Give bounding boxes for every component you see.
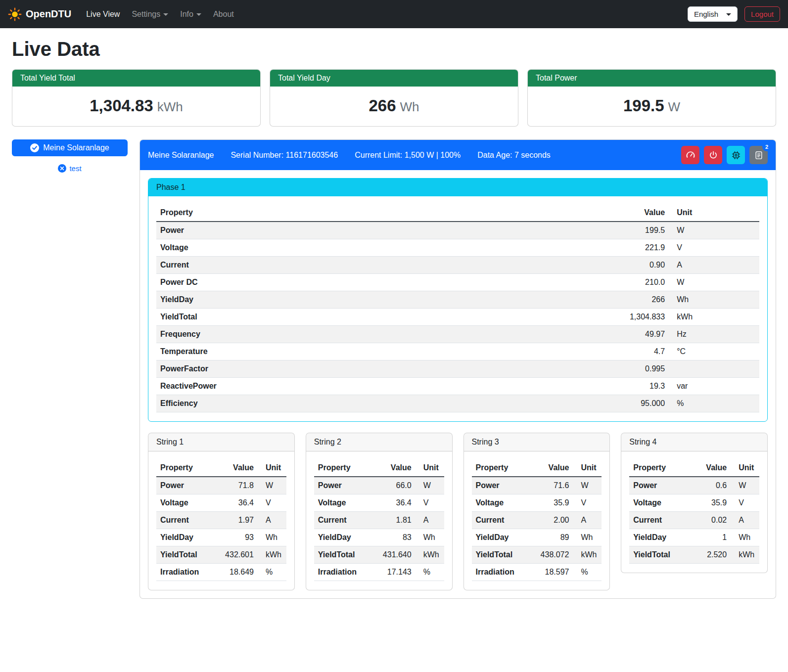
inverter-sidebar: Meine Solaranlage test — [12, 139, 128, 173]
navbar: OpenDTU Live View Settings Info About En… — [0, 0, 788, 28]
value-cell: 2.520 — [691, 546, 731, 564]
language-select[interactable]: English — [688, 6, 738, 22]
card-value: 199.5 — [623, 96, 664, 115]
property-cell: Voltage — [156, 239, 530, 257]
value-cell: 0.90 — [530, 257, 669, 274]
column-header-value: Value — [530, 204, 669, 222]
phase-table-body: Power 199.5 W Voltage 221.9 V Current 0. — [156, 222, 759, 412]
unit-cell: W — [731, 477, 759, 494]
events-badge: 2 — [762, 142, 771, 151]
value-cell: 17.143 — [375, 564, 415, 581]
property-cell: Irradiation — [314, 564, 375, 581]
property-cell: Power — [472, 477, 533, 494]
value-cell: 35.9 — [691, 494, 731, 512]
total-yield-day-card: Total Yield Day 266Wh — [270, 69, 518, 127]
table-row: Current 0.02 A — [629, 512, 759, 529]
power-button[interactable] — [704, 146, 722, 164]
table-row: YieldTotal 438.072 kWh — [472, 546, 602, 564]
card-title: Total Yield Total — [12, 70, 260, 87]
unit-cell: V — [258, 494, 286, 512]
strings-row: String 1 Property Value Unit — [148, 433, 768, 590]
total-power-card: Total Power 199.5W — [527, 69, 776, 127]
value-cell: 1 — [691, 529, 731, 546]
property-cell: Voltage — [156, 494, 217, 512]
inverter-select-label: Meine Solaranlage — [43, 143, 109, 152]
property-cell: YieldTotal — [156, 309, 530, 326]
property-cell: YieldDay — [156, 291, 530, 309]
property-cell: Temperature — [156, 343, 530, 360]
limit-settings-button[interactable] — [681, 146, 699, 164]
property-cell: Frequency — [156, 326, 530, 343]
inverter-panel-body: Phase 1 Property Value Unit — [140, 170, 776, 598]
property-cell: Power DC — [156, 274, 530, 291]
string-table-body: Power 66.0 W Voltage 36.4 V Current — [314, 477, 444, 581]
string-card-body: Property Value Unit Power 66.0 W — [306, 451, 452, 590]
table-row: YieldTotal 431.640 kWh — [314, 546, 444, 564]
nav-item-about[interactable]: About — [208, 6, 239, 23]
unit-cell: Wh — [573, 529, 602, 546]
string-2-card: String 2 Property Value Unit — [306, 433, 453, 590]
column-header-property: Property — [156, 204, 530, 222]
card-unit: W — [668, 99, 681, 114]
logout-button[interactable]: Logout — [744, 6, 780, 22]
card-value-area: 266Wh — [270, 87, 518, 126]
unit-cell: V — [731, 494, 759, 512]
table-row: YieldDay 1 Wh — [629, 529, 759, 546]
nav-item-settings[interactable]: Settings — [127, 6, 173, 23]
table-row: Power 71.6 W — [472, 477, 602, 494]
brand[interactable]: OpenDTU — [8, 7, 71, 21]
value-cell: 432.601 — [217, 546, 257, 564]
property-cell: YieldDay — [629, 529, 690, 546]
nav-item-live-view[interactable]: Live View — [81, 6, 125, 23]
unit-cell: var — [669, 378, 759, 395]
column-header-value: Value — [691, 459, 731, 477]
nav-item-info[interactable]: Info — [175, 6, 206, 23]
card-value: 266 — [369, 96, 396, 115]
table-row: YieldTotal 1,304.833 kWh — [156, 309, 759, 326]
phase-table: Property Value Unit Power 199.5 W — [156, 204, 759, 412]
phase-card-body: Property Value Unit Power 199.5 W — [148, 196, 767, 421]
brand-label: OpenDTU — [26, 8, 71, 20]
unit-cell: W — [258, 477, 286, 494]
nav-item-label: Settings — [132, 10, 160, 19]
unit-cell: W — [573, 477, 602, 494]
nav-item-label: Info — [180, 10, 193, 19]
unit-cell: kWh — [258, 546, 286, 564]
total-yield-total-card: Total Yield Total 1,304.83kWh — [12, 69, 261, 127]
value-cell: 83 — [375, 529, 415, 546]
check-circle-icon — [30, 143, 39, 152]
cpu-icon — [731, 150, 741, 160]
card-unit: Wh — [400, 99, 419, 114]
column-header-value: Value — [217, 459, 257, 477]
chevron-down-icon — [163, 13, 168, 16]
string-table-body: Power 71.6 W Voltage 35.9 V Current — [472, 477, 602, 581]
inverter-item-label: test — [69, 164, 81, 173]
navbar-right: English Logout — [688, 6, 780, 22]
value-cell: 438.072 — [533, 546, 573, 564]
table-row: PowerFactor 0.995 — [156, 360, 759, 378]
property-cell: YieldTotal — [314, 546, 375, 564]
chevron-down-icon — [726, 13, 731, 16]
unit-cell: Wh — [416, 529, 444, 546]
table-row: Power 0.6 W — [629, 477, 759, 494]
unit-cell: A — [573, 512, 602, 529]
table-row: Power 71.8 W — [156, 477, 286, 494]
unit-cell: A — [258, 512, 286, 529]
value-cell: 2.00 — [533, 512, 573, 529]
unit-cell: % — [573, 564, 602, 581]
string-card-body: Property Value Unit Power 71.6 W — [464, 451, 610, 590]
value-cell: 35.9 — [533, 494, 573, 512]
table-row: Voltage 35.9 V — [629, 494, 759, 512]
inverter-select-button[interactable]: Meine Solaranlage — [12, 139, 128, 156]
property-cell: Voltage — [472, 494, 533, 512]
event-log-button[interactable]: 2 — [749, 146, 768, 164]
inverter-item-test[interactable]: test — [12, 164, 128, 173]
card-unit: kWh — [157, 99, 183, 114]
property-cell: YieldDay — [314, 529, 375, 546]
column-header-property: Property — [314, 459, 375, 477]
property-cell: YieldTotal — [156, 546, 217, 564]
column-header-unit: Unit — [669, 204, 759, 222]
unit-cell: V — [669, 239, 759, 257]
device-info-button[interactable] — [727, 146, 745, 164]
unit-cell: kWh — [416, 546, 444, 564]
